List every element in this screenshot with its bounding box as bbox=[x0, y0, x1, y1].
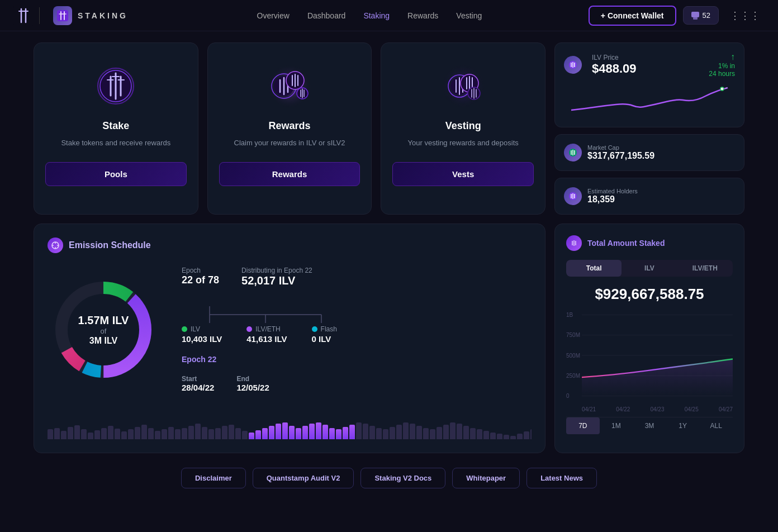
emission-bar-chart: (function() { const heights = [18,20,15,… bbox=[48, 406, 532, 439]
latest-news-button[interactable]: Latest News bbox=[526, 468, 597, 488]
emission-title: Emission Schedule bbox=[69, 240, 151, 250]
disclaimer-button[interactable]: Disclaimer bbox=[181, 468, 246, 488]
dist-items: ILV 10,403 ILV ILV/ETH 41,613 ILV bbox=[182, 325, 532, 344]
x-label-0421: 04/21 bbox=[582, 406, 596, 412]
tab-ilv-eth[interactable]: ILV/ETH bbox=[677, 260, 733, 277]
notification-icon bbox=[691, 12, 699, 20]
holders-value: 18,359 bbox=[587, 194, 638, 205]
dist-flash-amount: 0 ILV bbox=[312, 334, 337, 344]
emission-card: Emission Schedule bbox=[34, 224, 545, 453]
donut-of: of bbox=[78, 326, 129, 335]
epoch-value: 22 of 78 bbox=[182, 274, 219, 286]
staking-header: Total Amount Staked bbox=[566, 235, 733, 251]
nav-staking[interactable]: Staking bbox=[363, 11, 390, 20]
y-label-750m: 750M bbox=[566, 332, 580, 338]
svg-rect-5 bbox=[57, 10, 68, 21]
vests-button[interactable]: Vests bbox=[392, 162, 534, 186]
staking-chart: 1B 750M 500M 250M 0 bbox=[566, 312, 733, 412]
rewards-title: Rewards bbox=[268, 120, 310, 132]
y-label-250m: 250M bbox=[566, 373, 580, 379]
svg-rect-0 bbox=[13, 6, 34, 26]
x-label-0422: 04/22 bbox=[616, 406, 630, 412]
svg-rect-11 bbox=[693, 17, 698, 20]
staking-line-chart bbox=[582, 312, 733, 399]
vesting-icon bbox=[438, 61, 488, 111]
brand-name: STAKING bbox=[78, 11, 128, 20]
vesting-card: Vesting Your vesting rewards and deposit… bbox=[381, 42, 545, 215]
rewards-button[interactable]: Rewards bbox=[219, 162, 360, 186]
nav-links: Overview Dashboard Staking Rewards Vesti… bbox=[150, 11, 589, 20]
rewards-desc: Claim your rewards in ILV or sILV2 bbox=[234, 137, 345, 149]
dist-eth-name: ILV/ETH bbox=[255, 325, 280, 333]
top-cards-row: Stake Stake tokens and receive rewards P… bbox=[34, 42, 744, 215]
grid-menu-button[interactable]: ⋮⋮⋮ bbox=[725, 5, 765, 26]
total-staked-card: Total Amount Staked Total ILV ILV/ETH $9… bbox=[554, 224, 744, 453]
rewards-card: Rewards Claim your rewards in ILV or sIL… bbox=[207, 42, 372, 215]
holders-card: Estimated Holders 18,359 bbox=[554, 178, 744, 215]
y-label-1b: 1B bbox=[566, 312, 580, 318]
nav-logo: STAKING bbox=[13, 6, 128, 26]
nav-actions: + Connect Wallet 52 ⋮⋮⋮ bbox=[589, 5, 765, 26]
epoch-end: End 12/05/22 bbox=[236, 375, 269, 392]
epoch-label: Epoch bbox=[182, 267, 219, 274]
logo-swords-icon bbox=[13, 6, 34, 26]
main-content: Stake Stake tokens and receive rewards P… bbox=[0, 31, 778, 505]
nav-overview[interactable]: Overview bbox=[257, 11, 290, 20]
time-tab-1y[interactable]: 1Y bbox=[666, 417, 700, 434]
dist-eth-amount: 41,613 ILV bbox=[246, 334, 287, 344]
time-tab-3m[interactable]: 3M bbox=[633, 417, 666, 434]
emission-icon bbox=[48, 238, 63, 253]
staking-amount: $929,667,588.75 bbox=[566, 286, 733, 303]
notification-count: 52 bbox=[703, 11, 710, 20]
pools-button[interactable]: Pools bbox=[45, 162, 187, 186]
price-change: ↑ 1% in 24 hours bbox=[709, 52, 735, 78]
nav-rewards[interactable]: Rewards bbox=[407, 11, 438, 20]
ilv-price-value: $488.09 bbox=[592, 61, 637, 76]
epoch-num: Epoch 22 bbox=[182, 355, 532, 364]
end-label: End bbox=[236, 375, 269, 383]
stake-icon bbox=[91, 61, 141, 111]
stake-title: Stake bbox=[102, 120, 129, 132]
svg-rect-10 bbox=[691, 12, 699, 17]
whitepaper-button[interactable]: Whitepaper bbox=[452, 468, 520, 488]
staking-tabs: Total ILV ILV/ETH bbox=[566, 260, 733, 277]
emission-donut: 1.57M ILV of 3M ILV bbox=[48, 274, 159, 386]
vesting-title: Vesting bbox=[445, 120, 481, 132]
staking-docs-button[interactable]: Staking V2 Docs bbox=[360, 468, 445, 488]
time-tab-7d[interactable]: 7D bbox=[566, 417, 600, 434]
donut-total: 3M ILV bbox=[78, 335, 129, 345]
end-val: 12/05/22 bbox=[236, 383, 269, 392]
time-tab-all[interactable]: ALL bbox=[699, 417, 733, 434]
brand-logo bbox=[53, 6, 72, 25]
ilv-price-label: ILV Price bbox=[592, 54, 637, 61]
y-axis-labels: 1B 750M 500M 250M 0 bbox=[566, 312, 580, 399]
sidebar-stats: ILV Price $488.09 ↑ 1% in 24 hours bbox=[554, 42, 744, 215]
quantstamp-button[interactable]: Quantstamp Audit V2 bbox=[253, 468, 354, 488]
tab-total[interactable]: Total bbox=[566, 260, 622, 277]
y-label-0: 0 bbox=[566, 393, 580, 399]
stake-card: Stake Stake tokens and receive rewards P… bbox=[34, 42, 198, 215]
market-cap-label: Market Cap bbox=[587, 144, 654, 151]
staking-icon bbox=[566, 235, 582, 251]
dist-flash: Flash 0 ILV bbox=[312, 325, 337, 344]
time-tab-1m[interactable]: 1M bbox=[600, 417, 633, 434]
rewards-icon bbox=[264, 61, 315, 111]
dist-ilv-amount: 10,403 ILV bbox=[182, 334, 222, 344]
tree-connector bbox=[182, 306, 349, 323]
price-change-pct: 1% in bbox=[718, 62, 735, 70]
start-label: Start bbox=[182, 375, 214, 383]
connect-wallet-button[interactable]: + Connect Wallet bbox=[589, 6, 676, 26]
dist-ilv: ILV 10,403 ILV bbox=[182, 325, 222, 344]
notifications-button[interactable]: 52 bbox=[683, 6, 719, 25]
footer-links: Disclaimer Quantstamp Audit V2 Staking V… bbox=[34, 462, 744, 494]
nav-dashboard[interactable]: Dashboard bbox=[307, 11, 346, 20]
navbar: STAKING Overview Dashboard Staking Rewar… bbox=[0, 0, 778, 31]
tab-ilv[interactable]: ILV bbox=[622, 260, 677, 277]
dist-ilv-eth: ILV/ETH 41,613 ILV bbox=[246, 325, 287, 344]
distributing-value: 52,017 ILV bbox=[241, 274, 312, 287]
nav-vesting[interactable]: Vesting bbox=[456, 11, 482, 20]
price-card: ILV Price $488.09 ↑ 1% in 24 hours bbox=[554, 42, 744, 127]
holders-label: Estimated Holders bbox=[587, 188, 638, 194]
epoch-start: Start 28/04/22 bbox=[182, 375, 214, 392]
epoch-info: Epoch 22 of 78 bbox=[182, 267, 219, 286]
